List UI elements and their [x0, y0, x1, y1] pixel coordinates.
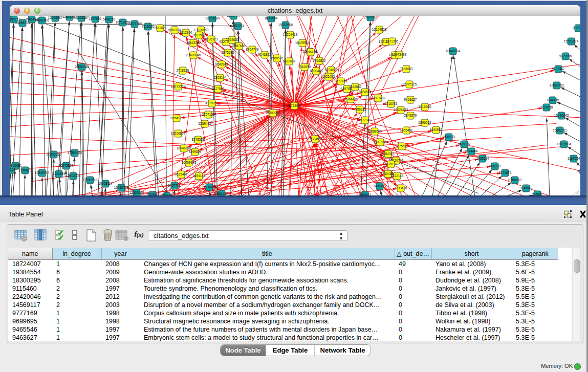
svg-text:23420046: 23420046 [186, 53, 201, 57]
svg-text:19218506: 19218506 [278, 23, 293, 27]
svg-text:9227342: 9227342 [552, 67, 565, 71]
svg-text:12342757: 12342757 [35, 171, 50, 174]
svg-text:16782759: 16782759 [114, 186, 129, 189]
svg-text:7462662: 7462662 [349, 85, 362, 89]
svg-text:8938923: 8938923 [443, 135, 455, 139]
svg-text:7632621: 7632621 [489, 164, 502, 168]
svg-text:2935114: 2935114 [476, 157, 489, 160]
svg-text:9245012: 9245012 [577, 169, 580, 173]
svg-text:10671355: 10671355 [127, 22, 142, 26]
svg-text:15751074: 15751074 [564, 39, 579, 43]
svg-text:1145194: 1145194 [53, 172, 66, 176]
svg-text:9474444: 9474444 [465, 149, 478, 153]
svg-text:9242848: 9242848 [215, 62, 228, 66]
svg-text:3624554: 3624554 [359, 90, 372, 94]
svg-text:4170062: 4170062 [206, 101, 219, 105]
svg-text:16409948: 16409948 [182, 161, 197, 164]
svg-text:1167534: 1167534 [568, 157, 580, 160]
svg-text:3215958: 3215958 [540, 105, 553, 109]
svg-text:17016534: 17016534 [557, 142, 572, 146]
svg-text:1733426: 1733426 [395, 186, 407, 190]
svg-text:6216043: 6216043 [385, 102, 398, 105]
svg-text:10653380: 10653380 [205, 16, 220, 20]
svg-text:9084067: 9084067 [382, 152, 395, 156]
svg-text:1221396: 1221396 [386, 39, 399, 43]
svg-text:8813054: 8813054 [265, 16, 278, 20]
svg-text:15692911: 15692911 [553, 128, 567, 132]
svg-text:1156829: 1156829 [19, 168, 32, 172]
svg-text:16046738: 16046738 [177, 146, 191, 150]
svg-text:39154: 39154 [10, 168, 15, 171]
svg-text:9777169: 9777169 [335, 79, 347, 83]
svg-text:6896053: 6896053 [419, 121, 431, 124]
svg-text:1554633: 1554633 [226, 38, 239, 41]
svg-text:9146821: 9146821 [258, 53, 271, 56]
svg-text:8471676: 8471676 [499, 171, 512, 174]
svg-text:25300295: 25300295 [266, 111, 280, 115]
svg-text:8578533: 8578533 [192, 138, 205, 141]
svg-text:1615132: 1615132 [385, 162, 398, 166]
svg-text:1621022: 1621022 [322, 75, 335, 78]
svg-text:90975857: 90975857 [59, 164, 74, 167]
svg-text:10553287: 10553287 [48, 16, 63, 19]
svg-text:1691144: 1691144 [193, 174, 206, 178]
svg-text:8427552: 8427552 [212, 87, 225, 91]
svg-text:6794028: 6794028 [325, 68, 338, 72]
svg-text:3267130: 3267130 [202, 113, 215, 116]
svg-text:2803144: 2803144 [214, 76, 227, 79]
svg-text:19384554: 19384554 [308, 137, 323, 141]
svg-text:2849579: 2849579 [404, 114, 417, 117]
svg-text:1244415: 1244415 [547, 98, 559, 102]
svg-text:8990448: 8990448 [310, 69, 323, 73]
svg-text:10688609: 10688609 [367, 129, 382, 133]
svg-text:10973493: 10973493 [392, 53, 407, 56]
svg-text:7986322: 7986322 [354, 107, 366, 111]
svg-text:18807249: 18807249 [373, 140, 388, 144]
svg-text:10648784: 10648784 [446, 49, 461, 53]
svg-text:10807487: 10807487 [371, 96, 386, 100]
svg-text:19654923: 19654923 [169, 116, 184, 120]
svg-text:5359432: 5359432 [199, 122, 211, 125]
svg-text:1096176: 1096176 [304, 50, 317, 54]
svg-text:6479197: 6479197 [458, 142, 471, 146]
svg-text:8186323: 8186323 [205, 37, 218, 41]
svg-text:1362615: 1362615 [298, 65, 311, 69]
svg-text:5875685: 5875685 [222, 51, 234, 54]
svg-text:1436161: 1436161 [374, 184, 386, 188]
svg-text:20691406: 20691406 [35, 18, 50, 22]
svg-text:12093522: 12093522 [550, 83, 564, 87]
svg-text:13254419: 13254419 [283, 33, 298, 36]
svg-text:8454749: 8454749 [246, 48, 259, 51]
svg-text:1527602: 1527602 [89, 17, 102, 20]
svg-text:13226058: 13226058 [194, 28, 209, 32]
svg-text:1117023: 1117023 [572, 26, 580, 30]
svg-text:8964451: 8964451 [215, 192, 228, 195]
svg-text:2967608: 2967608 [233, 44, 246, 48]
svg-text:12323448: 12323448 [129, 191, 144, 194]
svg-text:17359934: 17359934 [68, 151, 82, 155]
svg-text:10653287: 10653287 [74, 16, 89, 19]
svg-text:26053346: 26053346 [75, 65, 90, 69]
svg-text:1065411: 1065411 [359, 193, 372, 195]
svg-text:12503135: 12503135 [66, 174, 81, 178]
svg-text:7857274: 7857274 [232, 24, 245, 28]
svg-text:9245652: 9245652 [520, 186, 533, 190]
svg-text:2687682: 2687682 [364, 16, 377, 19]
svg-text:16154808: 16154808 [372, 28, 387, 31]
svg-text:8912954: 8912954 [180, 31, 192, 34]
svg-text:9115460: 9115460 [419, 105, 431, 108]
svg-text:8135744: 8135744 [227, 16, 240, 17]
svg-text:19166827: 19166827 [171, 132, 186, 135]
svg-text:9329966: 9329966 [559, 54, 572, 58]
svg-text:962911: 962911 [147, 193, 158, 195]
svg-text:12975125: 12975125 [402, 82, 417, 86]
svg-text:10025433: 10025433 [394, 108, 408, 112]
svg-text:16543362: 16543362 [186, 41, 201, 45]
svg-text:7663822: 7663822 [154, 26, 167, 30]
svg-text:7625402: 7625402 [175, 172, 188, 176]
svg-text:7485063: 7485063 [400, 67, 413, 71]
svg-text:14055713: 14055713 [15, 21, 30, 25]
svg-text:2522143: 2522143 [391, 174, 404, 178]
svg-text:16210643: 16210643 [554, 114, 569, 117]
svg-text:21364436: 21364436 [343, 97, 358, 101]
